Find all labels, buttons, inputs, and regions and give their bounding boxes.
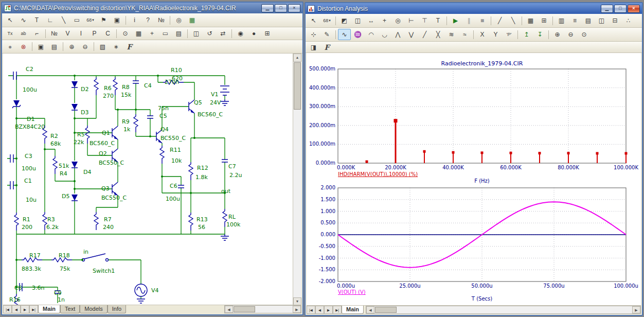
schematic-label[interactable]: R10 [171, 67, 182, 74]
info-icon[interactable]: i [128, 14, 141, 26]
harmonic-marker[interactable] [481, 151, 484, 154]
dropdown-arrow-icon[interactable]: ▾ [92, 18, 94, 22]
schematic-label[interactable]: R9 [122, 118, 130, 125]
schematic-label[interactable]: 1k [123, 126, 131, 133]
close-button[interactable]: × [628, 5, 640, 13]
harmonic-marker[interactable] [596, 152, 599, 154]
pin-connections-icon[interactable]: ⊙ [119, 28, 132, 39]
select-icon[interactable]: ↖ [4, 14, 16, 26]
schematic-label[interactable]: R4 [60, 170, 67, 177]
schematic-label[interactable]: C7 [228, 163, 236, 170]
schematic-label[interactable]: 3.6n [32, 285, 44, 291]
restore-button[interactable]: □ [614, 5, 627, 13]
attribute-display-icon[interactable]: ab [17, 28, 30, 39]
polygon-icon[interactable]: ╲ [507, 15, 520, 26]
properties-icon[interactable]: ⊞ [261, 28, 274, 39]
schematic-label[interactable]: 10k [171, 157, 182, 164]
schematic-label[interactable]: R3 [47, 216, 55, 223]
crosshair-icon[interactable]: + [146, 28, 158, 39]
tab-nav-button-3[interactable]: ▶| [29, 305, 38, 313]
rise-icon[interactable]: ◠ [365, 29, 378, 40]
schematic-label[interactable]: 2.2u [229, 172, 242, 179]
envelope-icon[interactable]: ≋ [445, 29, 458, 40]
horizontal-scrollbar[interactable]: ◀ ▶ [366, 306, 641, 314]
schematic-label[interactable]: R7 [104, 216, 112, 223]
schematic-label[interactable]: BC550_C [160, 135, 186, 142]
stack-windows-icon[interactable]: ▤ [48, 41, 61, 52]
schematic-label[interactable]: C1 [24, 178, 32, 184]
schematic-label[interactable]: 15k [121, 92, 132, 98]
run-icon[interactable]: ▶ [449, 15, 462, 26]
zoom-in-icon[interactable]: ⊕ [65, 41, 78, 52]
schematic-label[interactable]: 240 [103, 224, 114, 231]
schematic-label[interactable]: R17 [29, 252, 41, 259]
harmonic-marker[interactable] [567, 152, 570, 154]
schematic-label[interactable]: Switch1 [93, 268, 115, 274]
grid-table-icon[interactable]: ⊞ [538, 15, 550, 26]
schematic-label[interactable]: Q2 [99, 150, 107, 157]
label-valleys-icon[interactable]: ↧ [533, 29, 546, 40]
scrollbar-track[interactable] [233, 306, 293, 313]
schematic-label[interactable]: Q3 [101, 185, 110, 192]
schematic-label[interactable]: RL [228, 214, 236, 220]
schematic-label[interactable]: 6.2k [46, 224, 59, 231]
point-tag-icon[interactable]: ◎ [391, 15, 404, 26]
close-page-icon[interactable]: ⊗ [17, 41, 30, 52]
schematic-label[interactable]: C8 [14, 285, 22, 291]
color-icon[interactable]: ▦ [186, 14, 199, 26]
wire-icon[interactable]: ∿ [17, 14, 30, 26]
tab-models[interactable]: Models [80, 305, 107, 313]
mirror-icon[interactable]: ◫ [190, 28, 203, 39]
tab-nav-button-0[interactable]: |◀ [307, 306, 315, 314]
find-next-icon[interactable]: ● [247, 28, 260, 39]
peak-icon[interactable]: ⋀ [391, 29, 404, 40]
schematic-label[interactable]: 68k [50, 140, 61, 147]
schematic-label[interactable]: V1 [211, 91, 219, 98]
schematic-label[interactable]: Q5 [194, 99, 202, 106]
pages-icon[interactable]: ◨ [307, 42, 320, 53]
text-icon[interactable]: T [432, 15, 444, 26]
harmonic-marker[interactable] [625, 152, 628, 154]
diagonal-line-icon[interactable]: ╲ [57, 14, 70, 26]
point-help-icon[interactable]: № [155, 14, 168, 26]
ruler-icon[interactable]: ▥ [555, 15, 568, 26]
p-key-icon[interactable]: 'P' [503, 29, 515, 40]
zoom-out-icon[interactable]: ⊖ [564, 29, 577, 40]
text-icon[interactable]: T [30, 14, 43, 26]
schematic-drawing[interactable]: C2100uD1BZX84C20C3100uC110uR268k51kR4R12… [3, 54, 295, 306]
flag-icon[interactable]: ⚑ [97, 14, 110, 26]
scroll-left-icon[interactable]: ◀ [225, 306, 233, 313]
conditions-icon[interactable]: C [101, 28, 114, 39]
plot-area[interactable]: Radioelectronik_1979-04.CIR0.000m100.000… [307, 53, 641, 305]
harmonic-marker[interactable] [366, 161, 368, 163]
trace-label-vout[interactable]: V(OUT) (V) [338, 289, 366, 295]
horizontal-scrollbar[interactable]: ◀ ▶ [224, 305, 301, 313]
tab-nav-button-2[interactable]: ▶ [324, 306, 333, 314]
pencil-icon[interactable]: ✎ [320, 29, 333, 40]
analysis-plots[interactable]: Radioelectronik_1979-04.CIR0.000m100.000… [307, 53, 641, 305]
switch-contact[interactable] [106, 259, 109, 261]
node-numbers-icon[interactable]: № [48, 28, 61, 39]
border-icon[interactable]: ▭ [159, 28, 172, 39]
help-icon[interactable]: ? [141, 14, 154, 26]
scroll-up-icon[interactable]: ▲ [293, 54, 301, 62]
schematic-label[interactable]: R5 [77, 131, 85, 138]
select-mode-icon[interactable]: ◩ [338, 15, 351, 26]
schematic-label[interactable]: BC550_C [99, 160, 124, 166]
tab-nav-button-1[interactable]: ◀ [12, 305, 21, 313]
scrollbar-track[interactable] [293, 110, 301, 297]
ortho-line-icon[interactable]: ∟ [44, 14, 57, 26]
schematic-label[interactable]: BZX84C20 [15, 124, 45, 130]
schematic-label[interactable]: 75n [158, 105, 169, 112]
fall-icon[interactable]: ◡ [378, 29, 391, 40]
schematic-label[interactable]: 1.8k [195, 174, 208, 181]
image-icon[interactable]: ▧ [96, 41, 109, 52]
schematic-label[interactable]: C6 [170, 183, 177, 189]
function-icon[interactable]: F [123, 41, 136, 52]
slope-icon[interactable]: ╱ [418, 29, 431, 40]
label-peaks-icon[interactable]: ↥ [520, 29, 533, 40]
minimize-button[interactable]: ▁ [261, 4, 274, 12]
schematic-label[interactable]: C4 [144, 82, 152, 89]
schematic-label[interactable]: R18 [59, 252, 70, 259]
schematic-canvas[interactable]: C2100uD1BZX84C20C3100uC110uR268k51kR4R12… [3, 54, 295, 306]
